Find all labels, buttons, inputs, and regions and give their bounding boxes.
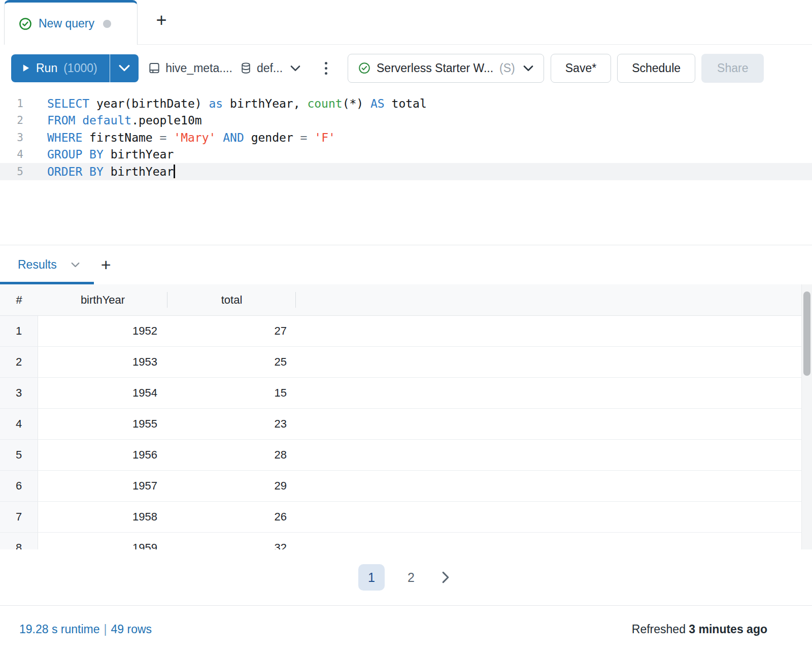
grid-header: # birthYear total	[0, 284, 812, 316]
cell-total[interactable]: 32	[167, 533, 296, 549]
cell-filler	[296, 533, 812, 549]
save-button[interactable]: Save*	[551, 54, 611, 83]
results-tab-strip: Results +	[0, 245, 812, 284]
cell-total[interactable]: 25	[167, 347, 296, 377]
line-number: 3	[0, 132, 23, 144]
schedule-button[interactable]: Schedule	[617, 54, 695, 83]
text-cursor	[174, 165, 175, 178]
cell-total[interactable]: 29	[167, 471, 296, 501]
warehouse-size: (S)	[499, 61, 515, 75]
check-circle-icon	[19, 17, 32, 30]
cell-filler	[296, 502, 812, 532]
code-line[interactable]: 4GROUP BY birthYear	[0, 146, 812, 164]
cell-birthyear[interactable]: 1954	[38, 378, 167, 408]
column-header-index[interactable]: #	[0, 284, 38, 315]
cell-birthyear[interactable]: 1959	[38, 533, 167, 549]
column-header-birthyear[interactable]: birthYear	[38, 284, 167, 315]
row-index: 6	[0, 471, 38, 501]
line-number: 2	[0, 114, 23, 126]
refreshed-time: 3 minutes ago	[689, 623, 767, 636]
results-grid: # birthYear total 1195227219532531954154…	[0, 284, 812, 549]
row-index: 2	[0, 347, 38, 377]
chevron-down-icon	[523, 65, 533, 72]
catalog-icon	[148, 61, 161, 75]
tab-results[interactable]: Results	[18, 258, 57, 272]
more-options-button[interactable]	[322, 59, 330, 78]
query-stats[interactable]: 19.28 s runtime|49 rows	[19, 623, 152, 636]
next-page-button[interactable]	[437, 571, 454, 583]
code-text: WHERE firstName = 'Mary' AND gender = 'F…	[47, 131, 335, 144]
cell-filler	[296, 440, 812, 470]
row-count: 49 rows	[111, 623, 152, 636]
tab-new-query[interactable]: New query	[4, 0, 138, 45]
share-button: Share	[701, 54, 764, 83]
cell-birthyear[interactable]: 1956	[38, 440, 167, 470]
run-label: Run	[36, 61, 57, 75]
line-number: 1	[0, 97, 23, 110]
run-button-group: Run (1000)	[11, 54, 139, 82]
table-row: 4195523	[0, 409, 812, 440]
cell-birthyear[interactable]: 1957	[38, 471, 167, 501]
unsaved-dot-icon	[103, 20, 111, 28]
status-bar: 19.28 s runtime|49 rows Refreshed 3 minu…	[0, 605, 812, 652]
code-text: GROUP BY birthYear	[47, 148, 174, 161]
table-row: 1195227	[0, 316, 812, 347]
refreshed-status: Refreshed 3 minutes ago	[632, 623, 767, 636]
table-row: 6195729	[0, 471, 812, 502]
results-menu-button[interactable]	[71, 262, 80, 268]
code-line[interactable]: 3WHERE firstName = 'Mary' AND gender = '…	[0, 129, 812, 146]
play-icon	[22, 64, 30, 72]
vertical-scrollbar-thumb[interactable]	[803, 291, 810, 376]
row-index: 1	[0, 316, 38, 346]
schema-value: def...	[257, 61, 283, 75]
cell-total[interactable]: 26	[167, 502, 296, 532]
code-line[interactable]: 2FROM default.people10m	[0, 112, 812, 129]
row-index: 8	[0, 533, 38, 549]
sql-editor[interactable]: 1SELECT year(birthDate) as birthYear, co…	[0, 91, 812, 245]
cell-total[interactable]: 28	[167, 440, 296, 470]
kebab-icon	[325, 62, 327, 64]
pagination: 12	[0, 549, 812, 605]
database-icon	[240, 61, 252, 75]
add-visualization-button[interactable]: +	[101, 255, 111, 275]
cell-total[interactable]: 15	[167, 378, 296, 408]
page-button-1[interactable]: 1	[358, 564, 385, 591]
cell-total[interactable]: 23	[167, 409, 296, 439]
vertical-scrollbar-track[interactable]	[801, 284, 812, 549]
row-index: 7	[0, 502, 38, 532]
cell-birthyear[interactable]: 1953	[38, 347, 167, 377]
code-text: ORDER BY birthYear	[47, 165, 175, 178]
toolbar: Run (1000) hive_meta.... def...	[0, 45, 812, 91]
column-header-filler	[296, 284, 812, 315]
run-button[interactable]: Run (1000)	[11, 54, 110, 82]
cell-birthyear[interactable]: 1955	[38, 409, 167, 439]
table-row: 2195325	[0, 347, 812, 378]
cell-filler	[296, 471, 812, 501]
tab-bar-divider	[138, 44, 812, 45]
catalog-value: hive_meta....	[165, 61, 232, 75]
cell-filler	[296, 378, 812, 408]
stats-separator: |	[100, 623, 111, 636]
warehouse-name: Serverless Starter W...	[377, 61, 493, 75]
new-tab-button[interactable]: +	[150, 9, 173, 31]
line-number: 5	[0, 166, 23, 178]
cell-filler	[296, 347, 812, 377]
chevron-down-icon	[119, 64, 130, 72]
cell-birthyear[interactable]: 1952	[38, 316, 167, 346]
row-index: 5	[0, 440, 38, 470]
run-options-button[interactable]	[110, 54, 139, 82]
cell-total[interactable]: 27	[167, 316, 296, 346]
check-circle-icon	[358, 62, 370, 74]
cell-birthyear[interactable]: 1958	[38, 502, 167, 532]
code-line[interactable]: 5ORDER BY birthYear	[0, 163, 812, 180]
code-text: SELECT year(birthDate) as birthYear, cou…	[47, 97, 427, 110]
catalog-schema-selector[interactable]: hive_meta.... def...	[148, 61, 300, 75]
line-number: 4	[0, 148, 23, 160]
code-line[interactable]: 1SELECT year(birthDate) as birthYear, co…	[0, 95, 812, 112]
tab-bar: New query +	[0, 0, 812, 45]
column-header-total[interactable]: total	[167, 284, 296, 315]
cell-filler	[296, 409, 812, 439]
code-text: FROM default.people10m	[47, 114, 202, 127]
warehouse-selector[interactable]: Serverless Starter W... (S)	[348, 54, 544, 83]
page-button-2[interactable]: 2	[398, 564, 424, 591]
